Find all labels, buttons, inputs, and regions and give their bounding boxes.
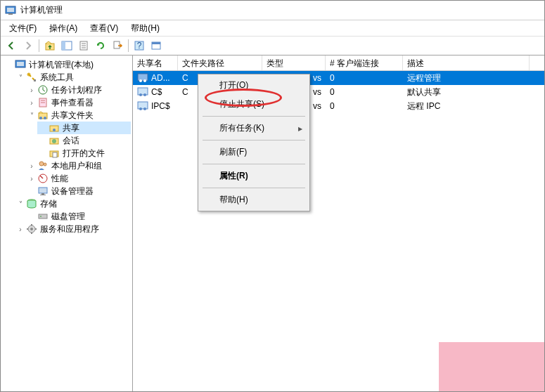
tree-shared-folders[interactable]: ˅ 共享文件夹: [26, 109, 131, 122]
tree-system-tools[interactable]: ˅ 系统工具: [15, 71, 131, 84]
overlay-rectangle: [439, 342, 544, 391]
shares-icon: [49, 122, 60, 133]
context-separator: [203, 116, 305, 117]
services-icon: [26, 223, 37, 235]
context-stop-sharing[interactable]: 停止共享(S): [200, 95, 308, 114]
tree-label: 存储: [40, 198, 57, 210]
svg-point-29: [52, 139, 56, 143]
new-share-button[interactable]: [148, 38, 164, 53]
share-icon: [137, 101, 148, 111]
leaf-icon: [39, 136, 47, 145]
context-menu: 打开(O) 停止共享(S) 所有任务(K) 刷新(F) 属性(R) 帮助(H): [198, 74, 310, 211]
tools-icon: [26, 72, 37, 83]
svg-rect-2: [8, 13, 13, 15]
table-row[interactable]: IPC$ vs 0 远程 IPC: [133, 99, 544, 113]
toolbar-separator: [39, 39, 39, 52]
tree-label: 事件查看器: [51, 97, 94, 109]
tree-event-viewer[interactable]: › 事件查看器: [26, 96, 131, 109]
svg-point-48: [143, 93, 146, 96]
window-title: 计算机管理: [20, 4, 63, 16]
tree-label: 共享: [63, 122, 79, 134]
properties-button[interactable]: [76, 38, 91, 53]
menu-help[interactable]: 帮助(H): [125, 21, 165, 36]
collapse-icon: ˅: [27, 111, 36, 119]
svg-rect-49: [138, 102, 148, 109]
col-type[interactable]: 类型: [262, 55, 326, 70]
refresh-button[interactable]: [93, 38, 108, 53]
context-help[interactable]: 帮助(H): [200, 190, 308, 209]
col-share-name[interactable]: 共享名: [133, 55, 178, 70]
export-button[interactable]: [110, 38, 125, 53]
tree-label: 本地用户和组: [51, 160, 102, 172]
list-body: AD... C vs 0 远程管理 C$ C vs 0 默认共享: [133, 71, 544, 113]
collapse-icon: ˅: [16, 73, 25, 81]
svg-point-51: [143, 107, 146, 110]
svg-point-42: [30, 228, 33, 230]
tree-label: 计算机管理(本地): [29, 59, 94, 71]
tree-storage[interactable]: ˅ 存储: [15, 197, 131, 210]
col-description[interactable]: 描述: [403, 55, 530, 70]
svg-point-44: [139, 79, 142, 82]
tree-services-apps[interactable]: › 服务和应用程序: [15, 223, 131, 235]
cell-share-name: AD...: [133, 72, 178, 84]
leaf-icon: [39, 124, 47, 132]
svg-rect-10: [114, 41, 120, 48]
tree-sessions[interactable]: 会话: [37, 134, 131, 147]
tree-pane: 计算机管理(本地) ˅ 系统工具 › 任务计划程序: [1, 55, 133, 391]
svg-rect-43: [138, 74, 148, 81]
users-icon: [37, 160, 49, 171]
col-folder-path[interactable]: 文件夹路径: [178, 55, 262, 70]
up-button[interactable]: [42, 38, 58, 53]
col-clients[interactable]: # 客户端连接: [326, 55, 403, 70]
svg-point-24: [39, 117, 42, 119]
cell-share-name: IPC$: [133, 100, 178, 112]
cell-text: C$: [151, 87, 162, 97]
context-all-tasks[interactable]: 所有任务(K): [200, 119, 308, 138]
leaf-icon: [27, 187, 36, 195]
tree-open-files[interactable]: 打开的文件: [37, 147, 131, 159]
tree-label: 系统工具: [40, 72, 74, 84]
tree-device-manager[interactable]: 设备管理器: [26, 185, 131, 197]
table-row[interactable]: AD... C vs 0 远程管理: [133, 71, 544, 85]
context-refresh[interactable]: 刷新(F): [200, 143, 308, 162]
svg-rect-1: [7, 8, 14, 12]
menu-action[interactable]: 操作(A): [44, 21, 83, 36]
share-icon: [137, 73, 148, 83]
tree-local-users[interactable]: › 本地用户和组: [26, 159, 131, 172]
svg-rect-31: [53, 152, 57, 157]
expand-icon: ›: [27, 162, 36, 170]
shared-folder-icon: [37, 110, 49, 121]
tree-disk-mgmt[interactable]: 磁盘管理: [26, 210, 131, 223]
expand-icon: [5, 60, 13, 69]
menubar: 文件(F) 操作(A) 查看(V) 帮助(H): [1, 20, 544, 36]
help-button[interactable]: ?: [132, 38, 147, 53]
show-hide-tree-button[interactable]: [59, 38, 75, 53]
tree-label: 性能: [51, 173, 68, 185]
tree-root[interactable]: 计算机管理(本地): [4, 58, 131, 71]
back-button[interactable]: [4, 38, 19, 53]
context-separator: [203, 164, 305, 164]
cell-share-name: C$: [133, 86, 178, 98]
cell-clients: 0: [326, 72, 403, 84]
tree-label: 磁盘管理: [51, 211, 85, 223]
forward-button[interactable]: [20, 38, 36, 53]
menu-view[interactable]: 查看(V): [84, 21, 124, 36]
context-open[interactable]: 打开(O): [200, 76, 308, 95]
tree-task-scheduler[interactable]: › 任务计划程序: [26, 84, 131, 96]
svg-rect-14: [152, 42, 160, 44]
context-separator: [203, 140, 305, 141]
menu-file[interactable]: 文件(F): [4, 21, 42, 36]
event-icon: [37, 97, 49, 108]
tree-shares[interactable]: 共享: [37, 122, 131, 134]
leaf-icon: [39, 149, 47, 157]
context-properties[interactable]: 属性(R): [200, 166, 308, 185]
expand-icon: ›: [27, 86, 36, 94]
svg-point-50: [139, 107, 142, 110]
tree-performance[interactable]: › 性能: [26, 172, 131, 185]
share-icon: [137, 87, 148, 97]
tree-label: 打开的文件: [63, 148, 105, 159]
computer-icon: [15, 59, 26, 70]
list-header: 共享名 文件夹路径 类型 # 客户端连接 描述: [133, 55, 544, 71]
expand-icon: ›: [27, 98, 36, 107]
table-row[interactable]: C$ C vs 0 默认共享: [133, 85, 544, 99]
